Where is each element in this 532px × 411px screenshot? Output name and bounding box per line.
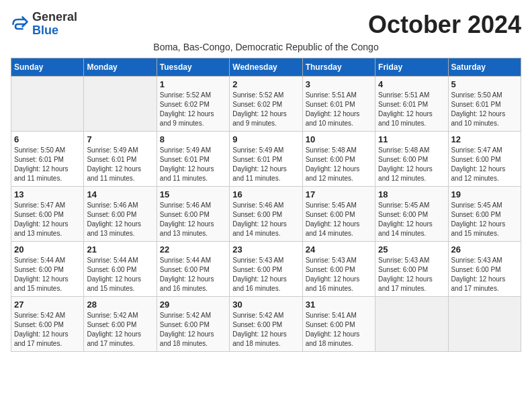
day-info: Sunrise: 5:48 AM Sunset: 6:00 PM Dayligh…	[378, 146, 445, 183]
calendar-cell: 11Sunrise: 5:48 AM Sunset: 6:00 PM Dayli…	[375, 132, 448, 187]
day-info: Sunrise: 5:46 AM Sunset: 6:00 PM Dayligh…	[87, 201, 153, 238]
day-number: 3	[306, 79, 372, 89]
day-info: Sunrise: 5:43 AM Sunset: 6:00 PM Dayligh…	[378, 256, 445, 293]
day-number: 8	[160, 134, 226, 144]
day-number: 22	[160, 244, 226, 255]
calendar-cell: 3Sunrise: 5:51 AM Sunset: 6:01 PM Daylig…	[302, 77, 375, 132]
calendar-week-row: 1Sunrise: 5:52 AM Sunset: 6:02 PM Daylig…	[11, 77, 521, 132]
calendar-week-row: 13Sunrise: 5:47 AM Sunset: 6:00 PM Dayli…	[11, 187, 521, 242]
day-number: 16	[232, 189, 299, 199]
day-number: 20	[14, 244, 81, 255]
day-info: Sunrise: 5:43 AM Sunset: 6:00 PM Dayligh…	[306, 256, 372, 293]
day-number: 9	[232, 134, 299, 144]
logo-general: General	[32, 10, 77, 24]
logo: General Blue	[11, 11, 77, 38]
day-info: Sunrise: 5:44 AM Sunset: 6:00 PM Dayligh…	[14, 256, 81, 293]
day-info: Sunrise: 5:41 AM Sunset: 6:00 PM Dayligh…	[306, 311, 372, 349]
day-info: Sunrise: 5:50 AM Sunset: 6:01 PM Dayligh…	[14, 146, 81, 183]
day-number: 23	[232, 244, 299, 255]
day-info: Sunrise: 5:42 AM Sunset: 6:00 PM Dayligh…	[87, 311, 153, 349]
calendar-cell: 26Sunrise: 5:43 AM Sunset: 6:00 PM Dayli…	[448, 242, 521, 297]
calendar-week-row: 6Sunrise: 5:50 AM Sunset: 6:01 PM Daylig…	[11, 132, 521, 187]
day-info: Sunrise: 5:51 AM Sunset: 6:01 PM Dayligh…	[378, 91, 445, 128]
day-info: Sunrise: 5:44 AM Sunset: 6:00 PM Dayligh…	[87, 256, 153, 293]
calendar-cell: 15Sunrise: 5:46 AM Sunset: 6:00 PM Dayli…	[157, 187, 229, 242]
day-info: Sunrise: 5:45 AM Sunset: 6:00 PM Dayligh…	[378, 201, 445, 238]
calendar-cell: 31Sunrise: 5:41 AM Sunset: 6:00 PM Dayli…	[302, 297, 375, 352]
calendar-cell: 9Sunrise: 5:49 AM Sunset: 6:01 PM Daylig…	[230, 132, 302, 187]
day-number: 10	[306, 134, 372, 144]
header-row: SundayMondayTuesdayWednesdayThursdayFrid…	[11, 58, 521, 77]
calendar-cell: 27Sunrise: 5:42 AM Sunset: 6:00 PM Dayli…	[11, 297, 84, 352]
day-info: Sunrise: 5:44 AM Sunset: 6:00 PM Dayligh…	[160, 256, 226, 293]
day-info: Sunrise: 5:48 AM Sunset: 6:00 PM Dayligh…	[306, 146, 372, 183]
calendar-cell: 1Sunrise: 5:52 AM Sunset: 6:02 PM Daylig…	[157, 77, 229, 132]
header-day: Saturday	[448, 58, 521, 77]
day-info: Sunrise: 5:42 AM Sunset: 6:00 PM Dayligh…	[14, 311, 81, 349]
calendar-cell: 10Sunrise: 5:48 AM Sunset: 6:00 PM Dayli…	[302, 132, 375, 187]
calendar-cell	[448, 297, 521, 352]
header-day: Tuesday	[157, 58, 229, 77]
day-number: 28	[87, 300, 153, 310]
day-number: 13	[14, 189, 81, 199]
calendar-cell: 16Sunrise: 5:46 AM Sunset: 6:00 PM Dayli…	[230, 187, 302, 242]
day-info: Sunrise: 5:47 AM Sunset: 6:00 PM Dayligh…	[14, 201, 81, 238]
day-number: 29	[160, 300, 226, 310]
day-info: Sunrise: 5:42 AM Sunset: 6:00 PM Dayligh…	[232, 311, 299, 349]
day-number: 30	[232, 300, 299, 310]
calendar-cell: 28Sunrise: 5:42 AM Sunset: 6:00 PM Dayli…	[84, 297, 157, 352]
calendar-cell: 12Sunrise: 5:47 AM Sunset: 6:00 PM Dayli…	[448, 132, 521, 187]
day-info: Sunrise: 5:52 AM Sunset: 6:02 PM Dayligh…	[232, 91, 299, 128]
calendar-week-row: 27Sunrise: 5:42 AM Sunset: 6:00 PM Dayli…	[11, 297, 521, 352]
day-info: Sunrise: 5:50 AM Sunset: 6:01 PM Dayligh…	[451, 91, 518, 128]
calendar-cell: 7Sunrise: 5:49 AM Sunset: 6:01 PM Daylig…	[84, 132, 157, 187]
day-info: Sunrise: 5:52 AM Sunset: 6:02 PM Dayligh…	[160, 91, 226, 128]
day-info: Sunrise: 5:45 AM Sunset: 6:00 PM Dayligh…	[306, 201, 372, 238]
calendar-cell: 29Sunrise: 5:42 AM Sunset: 6:00 PM Dayli…	[157, 297, 229, 352]
day-number: 4	[378, 79, 445, 89]
day-number: 21	[87, 244, 153, 255]
logo-blue: Blue	[32, 24, 58, 37]
day-info: Sunrise: 5:49 AM Sunset: 6:01 PM Dayligh…	[160, 146, 226, 183]
day-info: Sunrise: 5:51 AM Sunset: 6:01 PM Dayligh…	[306, 91, 372, 128]
day-number: 26	[451, 244, 518, 255]
calendar-cell	[375, 297, 448, 352]
month-title: October 2024	[368, 11, 521, 39]
day-number: 6	[14, 134, 81, 144]
day-number: 25	[378, 244, 445, 255]
subtitle: Boma, Bas-Congo, Democratic Republic of …	[11, 42, 521, 52]
day-info: Sunrise: 5:43 AM Sunset: 6:00 PM Dayligh…	[451, 256, 518, 293]
calendar-cell: 21Sunrise: 5:44 AM Sunset: 6:00 PM Dayli…	[84, 242, 157, 297]
calendar-cell: 19Sunrise: 5:45 AM Sunset: 6:00 PM Dayli…	[448, 187, 521, 242]
calendar-cell: 22Sunrise: 5:44 AM Sunset: 6:00 PM Dayli…	[157, 242, 229, 297]
day-info: Sunrise: 5:42 AM Sunset: 6:00 PM Dayligh…	[160, 311, 226, 349]
day-number: 18	[378, 189, 445, 199]
day-number: 15	[160, 189, 226, 199]
calendar-cell: 13Sunrise: 5:47 AM Sunset: 6:00 PM Dayli…	[11, 187, 84, 242]
calendar-cell: 8Sunrise: 5:49 AM Sunset: 6:01 PM Daylig…	[157, 132, 229, 187]
header-day: Friday	[375, 58, 448, 77]
day-info: Sunrise: 5:49 AM Sunset: 6:01 PM Dayligh…	[87, 146, 153, 183]
header-day: Sunday	[11, 58, 84, 77]
day-number: 14	[87, 189, 153, 199]
header-day: Wednesday	[230, 58, 302, 77]
calendar-cell: 17Sunrise: 5:45 AM Sunset: 6:00 PM Dayli…	[302, 187, 375, 242]
day-number: 17	[306, 189, 372, 199]
day-info: Sunrise: 5:47 AM Sunset: 6:00 PM Dayligh…	[451, 146, 518, 183]
day-info: Sunrise: 5:45 AM Sunset: 6:00 PM Dayligh…	[451, 201, 518, 238]
day-number: 5	[451, 79, 518, 89]
day-number: 11	[378, 134, 445, 144]
day-number: 12	[451, 134, 518, 144]
calendar-cell: 30Sunrise: 5:42 AM Sunset: 6:00 PM Dayli…	[230, 297, 302, 352]
calendar-cell: 6Sunrise: 5:50 AM Sunset: 6:01 PM Daylig…	[11, 132, 84, 187]
header-day: Thursday	[302, 58, 375, 77]
day-number: 7	[87, 134, 153, 144]
day-number: 19	[451, 189, 518, 199]
logo-text: General Blue	[32, 11, 77, 38]
day-number: 24	[306, 244, 372, 255]
day-number: 31	[306, 300, 372, 310]
calendar-cell: 23Sunrise: 5:43 AM Sunset: 6:00 PM Dayli…	[230, 242, 302, 297]
calendar-cell: 24Sunrise: 5:43 AM Sunset: 6:00 PM Dayli…	[302, 242, 375, 297]
calendar-cell	[84, 77, 157, 132]
day-info: Sunrise: 5:46 AM Sunset: 6:00 PM Dayligh…	[160, 201, 226, 238]
